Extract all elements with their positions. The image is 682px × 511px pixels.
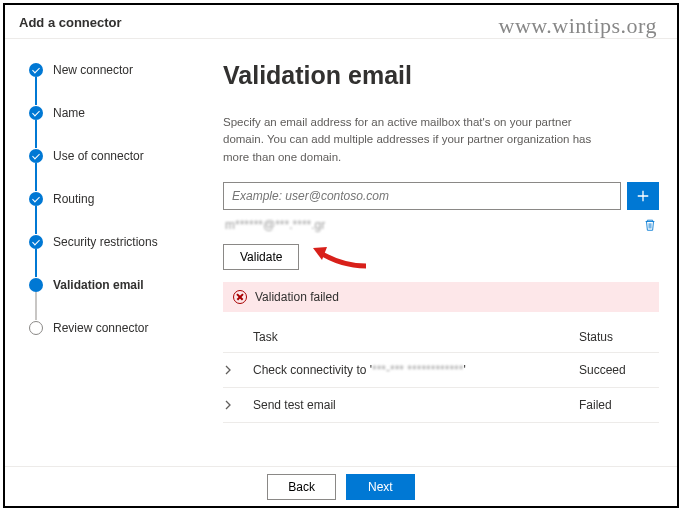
dialog-footer: Back Next [5, 466, 677, 506]
chevron-right-icon [223, 400, 253, 410]
task-row[interactable]: Send test email Failed [223, 388, 659, 423]
page-title: Validation email [223, 61, 659, 90]
step-new-connector[interactable]: New connector [29, 63, 189, 77]
page-description: Specify an email address for an active m… [223, 114, 613, 166]
step-label: Routing [53, 192, 94, 206]
step-label: Review connector [53, 321, 148, 335]
step-name[interactable]: Name [29, 106, 189, 120]
error-icon [233, 290, 247, 304]
plus-icon [636, 189, 650, 203]
check-icon [29, 235, 43, 249]
step-label: Validation email [53, 278, 144, 292]
back-button[interactable]: Back [267, 474, 336, 500]
step-security-restrictions[interactable]: Security restrictions [29, 235, 189, 249]
check-icon [29, 63, 43, 77]
column-status: Status [579, 330, 659, 344]
dialog-title: Add a connector [5, 5, 677, 39]
wizard-steps: New connector Name Use of connector Rout… [5, 39, 205, 464]
check-icon [29, 106, 43, 120]
current-step-icon [29, 278, 43, 292]
next-button[interactable]: Next [346, 474, 415, 500]
step-label: New connector [53, 63, 133, 77]
step-label: Security restrictions [53, 235, 158, 249]
step-use-of-connector[interactable]: Use of connector [29, 149, 189, 163]
step-label: Name [53, 106, 85, 120]
added-email-text: m******@***.****.gr [223, 218, 325, 232]
check-icon [29, 149, 43, 163]
step-label: Use of connector [53, 149, 144, 163]
task-name: Send test email [253, 398, 579, 412]
chevron-right-icon [223, 365, 253, 375]
task-status: Failed [579, 398, 659, 412]
email-input[interactable] [223, 182, 621, 210]
arrow-annotation [311, 244, 371, 274]
delete-icon[interactable] [643, 218, 657, 232]
error-text: Validation failed [255, 290, 339, 304]
task-status: Succeed [579, 363, 659, 377]
add-button[interactable] [627, 182, 659, 210]
step-validation-email[interactable]: Validation email [29, 278, 189, 292]
task-name: Check connectivity to '***-*** *********… [253, 363, 579, 377]
task-table-header: Task Status [223, 322, 659, 353]
step-routing[interactable]: Routing [29, 192, 189, 206]
task-row[interactable]: Check connectivity to '***-*** *********… [223, 353, 659, 388]
pending-step-icon [29, 321, 43, 335]
column-task: Task [253, 330, 579, 344]
step-review-connector[interactable]: Review connector [29, 321, 189, 335]
error-banner: Validation failed [223, 282, 659, 312]
check-icon [29, 192, 43, 206]
validate-button[interactable]: Validate [223, 244, 299, 270]
